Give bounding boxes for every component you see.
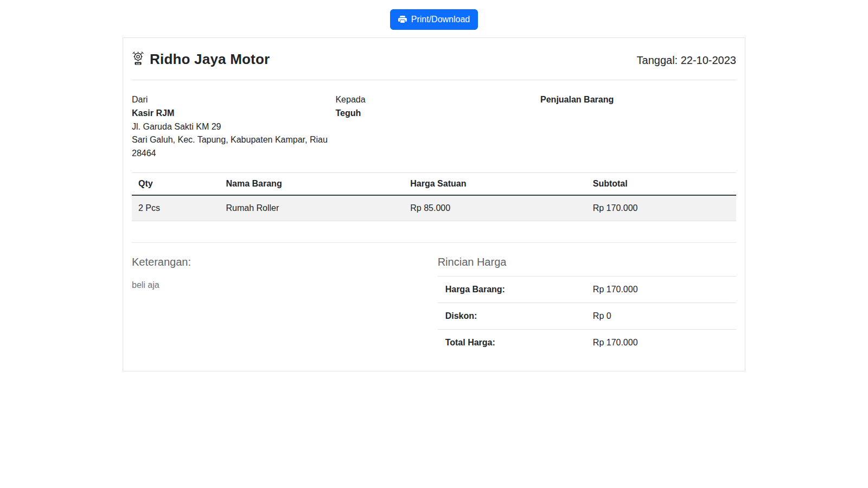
item-name: Rumah Roller xyxy=(220,195,404,221)
item-subtotal: Rp 170.000 xyxy=(586,195,736,221)
table-row: 2 Pcs Rumah Roller Rp 85.000 Rp 170.000 xyxy=(132,195,736,221)
price-details-section: Rincian Harga Harga Barang: Rp 170.000 D… xyxy=(438,251,736,356)
notes-section: Keterangan: beli aja xyxy=(132,251,438,356)
from-section: Dari Kasir RJM Jl. Garuda Sakti KM 29 Sa… xyxy=(132,93,335,160)
from-label: Dari xyxy=(132,93,335,107)
notes-heading: Keterangan: xyxy=(132,251,438,268)
invoice-header: RJM Ridho Jaya Motor Tanggal: 22-10-2023 xyxy=(132,47,736,68)
price-value: Rp 0 xyxy=(593,303,736,329)
invoice-card: RJM Ridho Jaya Motor Tanggal: 22-10-2023… xyxy=(123,37,745,371)
notes-text: beli aja xyxy=(132,280,438,290)
items-header-name: Nama Barang xyxy=(220,172,404,195)
item-unit-price: Rp 85.000 xyxy=(404,195,586,221)
print-download-button[interactable]: Print/Download xyxy=(390,9,478,30)
to-section: Kepada Teguh xyxy=(335,93,540,160)
price-value: Rp 170.000 xyxy=(593,329,736,356)
transaction-type: Penjualan Barang xyxy=(540,93,736,107)
printer-icon xyxy=(398,15,407,24)
top-toolbar: Print/Download xyxy=(0,0,868,30)
parties-row: Dari Kasir RJM Jl. Garuda Sakti KM 29 Sa… xyxy=(132,93,736,160)
section-divider xyxy=(132,242,736,243)
to-name: Teguh xyxy=(335,107,540,120)
items-header-subtotal: Subtotal xyxy=(586,172,736,195)
price-label: Total Harga: xyxy=(438,329,593,356)
items-header-qty: Qty xyxy=(132,172,220,195)
invoice-date: Tanggal: 22-10-2023 xyxy=(637,51,736,67)
transaction-type-section: Penjualan Barang xyxy=(540,93,736,160)
store-name: Ridho Jaya Motor xyxy=(150,51,270,68)
price-details-table: Harga Barang: Rp 170.000 Diskon: Rp 0 To… xyxy=(438,276,736,356)
header-divider xyxy=(132,80,736,80)
price-details-heading: Rincian Harga xyxy=(438,251,736,268)
items-table: Qty Nama Barang Harga Satuan Subtotal 2 … xyxy=(132,172,736,221)
price-row-total-harga: Total Harga: Rp 170.000 xyxy=(438,329,736,356)
price-label: Diskon: xyxy=(438,303,593,329)
brand: RJM Ridho Jaya Motor xyxy=(132,51,270,68)
price-value: Rp 170.000 xyxy=(593,276,736,303)
items-table-head: Qty Nama Barang Harga Satuan Subtotal xyxy=(132,172,736,195)
item-qty: 2 Pcs xyxy=(132,195,220,221)
from-address-line1: Jl. Garuda Sakti KM 29 xyxy=(132,120,335,134)
print-download-label: Print/Download xyxy=(411,13,470,26)
price-row-diskon: Diskon: Rp 0 xyxy=(438,303,736,329)
svg-text:RJM: RJM xyxy=(136,63,141,65)
rjm-emblem-logo-icon: RJM xyxy=(132,51,144,68)
from-name: Kasir RJM xyxy=(132,107,335,120)
price-row-harga-barang: Harga Barang: Rp 170.000 xyxy=(438,276,736,303)
to-label: Kepada xyxy=(335,93,540,107)
bottom-section: Keterangan: beli aja Rincian Harga Harga… xyxy=(132,251,736,356)
from-address-line2: Sari Galuh, Kec. Tapung, Kabupaten Kampa… xyxy=(132,133,328,160)
price-label: Harga Barang: xyxy=(438,276,593,303)
items-header-unit-price: Harga Satuan xyxy=(404,172,586,195)
